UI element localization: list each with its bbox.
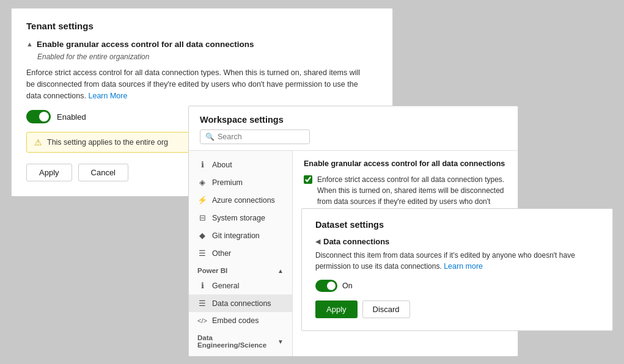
dataset-on-label: On — [342, 282, 353, 290]
ws-nav-about[interactable]: ℹ About — [189, 156, 292, 173]
ws-nav-premium-label: Premium — [212, 178, 243, 187]
ws-nav-embed-codes-label: Embed codes — [212, 316, 259, 325]
ws-nav-about-label: About — [212, 161, 232, 169]
tenant-section-title: Enable granular access control for all d… — [37, 40, 254, 49]
dataset-toggle-row: On — [315, 280, 599, 292]
search-icon: 🔍 — [205, 133, 215, 141]
workspace-panel-title: Workspace settings — [200, 115, 507, 125]
dataset-panel-title: Dataset settings — [315, 220, 599, 230]
ws-nav-data-engineering-section: DataEngineering/Science ▼ — [189, 329, 292, 351]
data-engineering-label: DataEngineering/Science — [197, 334, 266, 349]
azure-icon: ⚡ — [197, 195, 207, 205]
power-bi-chevron-icon: ▲ — [277, 268, 284, 274]
ws-nav-general-label: General — [212, 282, 239, 290]
embed-codes-icon: </> — [197, 317, 207, 324]
dataset-toggle[interactable] — [315, 280, 337, 292]
ws-nav-other[interactable]: ☰ Other — [189, 244, 292, 262]
dataset-button-row: Apply Discard — [315, 300, 599, 318]
other-icon: ☰ — [197, 249, 207, 258]
ws-content-checkbox[interactable] — [304, 175, 312, 184]
tenant-learn-more-link[interactable]: Learn More — [88, 92, 127, 100]
about-icon: ℹ — [197, 160, 207, 169]
ws-nav-storage-label: System storage — [212, 214, 265, 222]
ws-nav-other-label: Other — [212, 249, 231, 258]
workspace-search-input[interactable] — [218, 133, 303, 141]
tenant-cancel-button[interactable]: Cancel — [78, 164, 128, 181]
dataset-apply-button[interactable]: Apply — [315, 300, 358, 318]
git-icon: ◆ — [197, 231, 207, 240]
ws-nav-storage[interactable]: ⊟ System storage — [189, 209, 292, 227]
workspace-search-box[interactable]: 🔍 — [200, 129, 310, 144]
dataset-settings-panel: Dataset settings ◀ Data connections Disc… — [301, 208, 613, 331]
chevron-icon: ▲ — [26, 40, 33, 48]
general-icon: ℹ — [197, 281, 207, 290]
warning-text: This setting applies to the entire org — [47, 138, 168, 147]
dataset-chevron-icon: ◀ — [315, 238, 320, 246]
ws-nav-git-label: Git integration — [212, 231, 260, 240]
data-engineering-chevron-icon: ▼ — [277, 338, 284, 345]
tenant-toggle[interactable] — [26, 110, 51, 123]
data-connections-icon: ☰ — [197, 299, 207, 308]
premium-icon: ◈ — [197, 178, 207, 187]
dataset-section-header: ◀ Data connections — [315, 237, 599, 246]
dataset-learn-more-link[interactable]: Learn more — [444, 262, 483, 271]
ws-nav-azure-label: Azure connections — [212, 196, 275, 205]
dataset-description: Disconnect this item from data sources i… — [315, 250, 599, 272]
ws-nav-general[interactable]: ℹ General — [189, 277, 292, 294]
tenant-apply-button[interactable]: Apply — [26, 164, 72, 181]
tenant-section-subtitle: Enabled for the entire organization — [37, 53, 378, 61]
storage-icon: ⊟ — [197, 213, 207, 222]
tenant-description: Enforce strict access control for all da… — [26, 67, 369, 101]
ws-nav-azure[interactable]: ⚡ Azure connections — [189, 191, 292, 209]
tenant-toggle-label: Enabled — [57, 112, 86, 122]
ws-content-title: Enable granular access control for all d… — [304, 159, 507, 168]
tenant-section-header: ▲ Enable granular access control for all… — [26, 40, 378, 49]
ws-nav-power-bi-section: Power BI ▲ — [189, 262, 292, 277]
workspace-panel-header: Workspace settings 🔍 — [189, 106, 518, 151]
ws-nav-premium[interactable]: ◈ Premium — [189, 173, 292, 191]
dataset-discard-button[interactable]: Discard — [362, 300, 410, 318]
ws-nav-data-connections[interactable]: ☰ Data connections — [189, 294, 292, 312]
ws-nav-embed-codes[interactable]: </> Embed codes — [189, 312, 292, 329]
ws-nav-data-connections-label: Data connections — [212, 299, 271, 308]
ws-nav-git[interactable]: ◆ Git integration — [189, 227, 292, 244]
workspace-nav: ℹ About ◈ Premium ⚡ Azure connections ⊟ … — [189, 151, 293, 356]
tenant-panel-title: Tenant settings — [26, 21, 378, 31]
warning-icon: ⚠ — [34, 137, 42, 147]
power-bi-section-label: Power BI — [197, 267, 227, 274]
dataset-section-title: Data connections — [323, 237, 389, 246]
